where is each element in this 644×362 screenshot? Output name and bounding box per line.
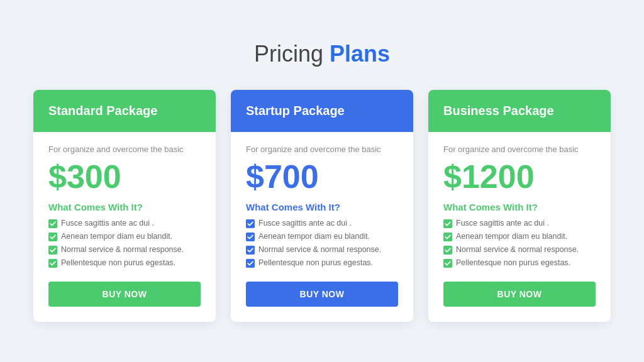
svg-rect-3 <box>48 259 57 268</box>
card-body-business: For organize and overcome the basic$1200… <box>428 132 611 322</box>
svg-rect-0 <box>48 219 57 228</box>
svg-rect-1 <box>48 233 57 241</box>
feature-text: Pellentesque non purus egestas. <box>258 258 373 267</box>
feature-text: Fusce sagittis ante ac dui . <box>456 219 549 228</box>
features-list-business: Fusce sagittis ante ac dui .Aenean tempo… <box>443 219 596 268</box>
check-icon <box>246 219 255 228</box>
list-item: Normal service & normal response. <box>443 245 596 255</box>
feature-text: Pellentesque non purus egestas. <box>61 258 175 267</box>
feature-text: Fusce sagittis ante ac dui . <box>61 219 154 228</box>
feature-text: Fusce sagittis ante ac dui . <box>258 219 352 228</box>
feature-text: Aenean tempor diam eu blandit. <box>258 232 370 241</box>
list-item: Pellentesque non purus egestas. <box>246 258 398 268</box>
svg-rect-5 <box>246 233 255 241</box>
card-description-startup: For organize and overcome the basic <box>246 145 398 154</box>
list-item: Aenean tempor diam eu blandit. <box>246 232 398 241</box>
check-icon <box>48 233 57 241</box>
svg-rect-7 <box>246 259 255 268</box>
svg-rect-9 <box>443 233 452 241</box>
svg-rect-10 <box>443 246 452 255</box>
pricing-cards-container: Standard PackageFor organize and overcom… <box>23 90 621 322</box>
card-header-startup: Startup Package <box>231 90 413 132</box>
list-item: Pellentesque non purus egestas. <box>48 258 201 268</box>
pricing-card-startup: Startup PackageFor organize and overcome… <box>231 90 413 322</box>
list-item: Fusce sagittis ante ac dui . <box>443 219 596 228</box>
card-body-standard: For organize and overcome the basic$300W… <box>33 132 216 322</box>
feature-text: Aenean tempor diam eu blandit. <box>61 232 172 241</box>
check-icon <box>443 246 452 255</box>
feature-text: Aenean tempor diam eu blandit. <box>456 232 567 241</box>
features-list-standard: Fusce sagittis ante ac dui .Aenean tempo… <box>48 219 201 268</box>
features-list-startup: Fusce sagittis ante ac dui .Aenean tempo… <box>246 219 398 268</box>
pricing-card-standard: Standard PackageFor organize and overcom… <box>33 90 216 322</box>
svg-rect-2 <box>48 246 57 255</box>
list-item: Fusce sagittis ante ac dui . <box>48 219 201 228</box>
list-item: Normal service & normal response. <box>246 245 398 255</box>
card-features-title-startup: What Comes With It? <box>246 202 398 212</box>
list-item: Pellentesque non purus egestas. <box>443 258 596 268</box>
feature-text: Normal service & normal response. <box>61 245 184 254</box>
svg-rect-11 <box>443 259 452 268</box>
card-features-title-standard: What Comes With It? <box>48 202 201 212</box>
svg-rect-8 <box>443 219 452 228</box>
feature-text: Normal service & normal response. <box>456 245 579 254</box>
svg-rect-6 <box>246 246 255 255</box>
check-icon <box>48 219 57 228</box>
card-price-business: $1200 <box>443 160 596 193</box>
list-item: Normal service & normal response. <box>48 245 201 255</box>
check-icon <box>443 259 452 268</box>
check-icon <box>48 246 57 255</box>
card-header-business: Business Package <box>428 90 611 132</box>
list-item: Fusce sagittis ante ac dui . <box>246 219 398 228</box>
list-item: Aenean tempor diam eu blandit. <box>443 232 596 241</box>
buy-button-standard[interactable]: BUY NOW <box>48 282 201 307</box>
feature-text: Normal service & normal response. <box>258 245 381 254</box>
buy-button-business[interactable]: BUY NOW <box>443 282 596 307</box>
page-title: Pricing Plans <box>254 41 390 67</box>
card-price-startup: $700 <box>246 160 398 193</box>
pricing-card-business: Business PackageFor organize and overcom… <box>428 90 611 322</box>
card-header-standard: Standard Package <box>33 90 216 132</box>
check-icon <box>443 233 452 241</box>
check-icon <box>443 219 452 228</box>
card-features-title-business: What Comes With It? <box>443 202 596 212</box>
card-description-business: For organize and overcome the basic <box>443 145 596 154</box>
card-description-standard: For organize and overcome the basic <box>48 145 201 154</box>
check-icon <box>48 259 57 268</box>
check-icon <box>246 246 255 255</box>
card-price-standard: $300 <box>48 160 201 193</box>
card-body-startup: For organize and overcome the basic$700W… <box>231 132 413 322</box>
buy-button-startup[interactable]: BUY NOW <box>246 282 398 307</box>
list-item: Aenean tempor diam eu blandit. <box>48 232 201 241</box>
check-icon <box>246 233 255 241</box>
check-icon <box>246 259 255 268</box>
feature-text: Pellentesque non purus egestas. <box>456 258 570 267</box>
svg-rect-4 <box>246 219 255 228</box>
